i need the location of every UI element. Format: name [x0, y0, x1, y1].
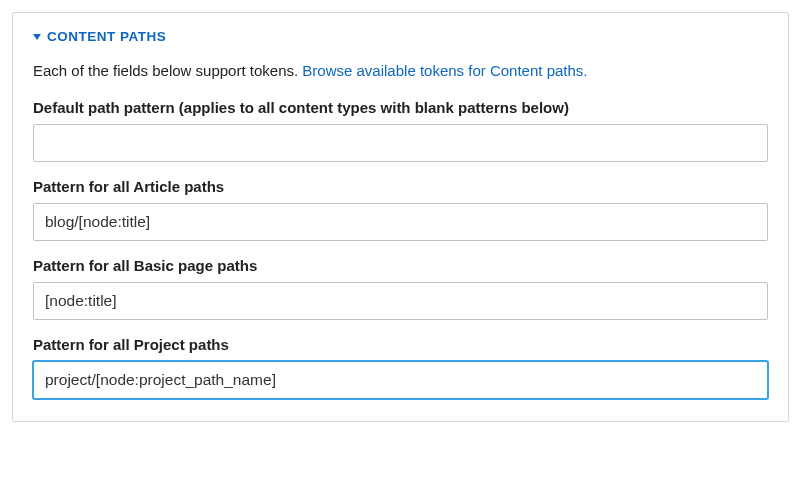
- browse-tokens-link[interactable]: Browse available tokens for Content path…: [302, 62, 587, 79]
- content-paths-toggle[interactable]: CONTENT PATHS: [33, 29, 768, 44]
- form-item-project: Pattern for all Project paths: [33, 336, 768, 399]
- form-item-default: Default path pattern (applies to all con…: [33, 99, 768, 162]
- basic-page-pattern-label: Pattern for all Basic page paths: [33, 257, 768, 274]
- project-pattern-label: Pattern for all Project paths: [33, 336, 768, 353]
- default-pattern-label: Default path pattern (applies to all con…: [33, 99, 768, 116]
- basic-page-pattern-input[interactable]: [33, 282, 768, 320]
- article-pattern-input[interactable]: [33, 203, 768, 241]
- content-paths-fieldset: CONTENT PATHS Each of the fields below s…: [12, 12, 789, 422]
- default-pattern-input[interactable]: [33, 124, 768, 162]
- caret-down-icon: [33, 34, 41, 40]
- fieldset-legend: CONTENT PATHS: [47, 29, 166, 44]
- article-pattern-label: Pattern for all Article paths: [33, 178, 768, 195]
- intro-text: Each of the fields below support tokens.: [33, 62, 302, 79]
- project-pattern-input[interactable]: [33, 361, 768, 399]
- form-item-basic-page: Pattern for all Basic page paths: [33, 257, 768, 320]
- form-item-article: Pattern for all Article paths: [33, 178, 768, 241]
- intro-text-row: Each of the fields below support tokens.…: [33, 60, 768, 81]
